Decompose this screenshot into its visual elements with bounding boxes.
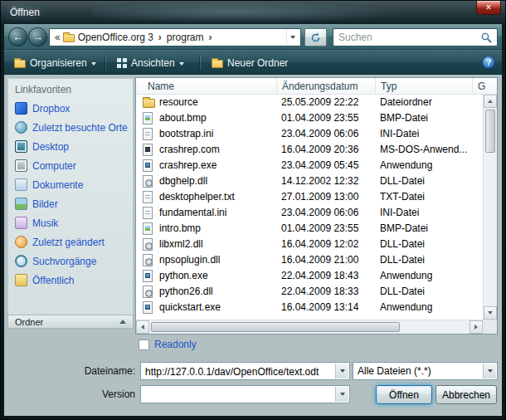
file-row[interactable]: crashrep.com 16.04.2009 20:36 MS-DOS-Anw… <box>136 142 483 158</box>
file-row[interactable]: bootstrap.ini 23.04.2009 06:06 INI-Datei <box>136 126 483 142</box>
version-dropdown-button[interactable] <box>335 387 348 402</box>
file-row[interactable]: npsoplugin.dll 16.04.2009 21:00 DLL-Date… <box>136 252 483 268</box>
sidebar-item-label: Musik <box>32 217 58 229</box>
sidebar-item-dropbox[interactable]: Dropbox <box>8 99 133 118</box>
open-dialog-window: Öffnen × ← → « OpenOffice.org 3 › progra… <box>0 0 506 420</box>
file-name: resource <box>159 96 198 108</box>
sidebar-item-icon <box>15 198 27 210</box>
views-button[interactable]: Ansichten <box>110 54 191 72</box>
version-select[interactable] <box>140 385 350 403</box>
breadcrumb-separator-icon[interactable]: › <box>207 32 214 43</box>
file-row[interactable]: dbghelp.dll 14.12.2002 12:32 DLL-Datei <box>136 173 483 189</box>
scroll-down-button[interactable] <box>484 306 497 320</box>
file-row[interactable]: desktophelper.txt 27.01.2009 13:00 TXT-D… <box>136 189 483 205</box>
breadcrumb-separator-icon[interactable]: › <box>157 32 163 43</box>
sidebar-item-music[interactable]: Musik <box>8 213 133 232</box>
sidebar-item-icon <box>15 140 27 153</box>
new-folder-button[interactable]: Neuer Ordner <box>205 54 294 72</box>
column-header-size[interactable]: G <box>473 78 497 95</box>
file-row[interactable]: about.bmp 01.04.2009 23:55 BMP-Datei <box>136 110 483 126</box>
breadcrumb-overflow-chevron[interactable]: « <box>51 32 63 43</box>
organize-label: Organisieren <box>30 57 87 69</box>
breadcrumb[interactable]: « OpenOffice.org 3 › program › <box>49 28 301 46</box>
breadcrumb-item-program[interactable]: program <box>163 32 207 43</box>
sidebar-item-documents[interactable]: Dokumente <box>8 175 133 194</box>
filename-label: Dateiname: <box>37 365 135 377</box>
file-row[interactable]: python26.dll 22.04.2009 18:33 DLL-Datei <box>136 284 483 300</box>
open-button[interactable]: Öffnen <box>376 385 432 404</box>
chevron-down-icon <box>91 62 96 66</box>
readonly-label[interactable]: Readonly <box>154 339 197 350</box>
filename-input[interactable] <box>145 365 334 378</box>
column-header-label: Änderungsdatum <box>282 81 358 92</box>
column-header-type[interactable]: Typ <box>376 78 473 95</box>
file-type: DLL-Datei <box>380 238 425 250</box>
filename-combobox[interactable] <box>140 362 350 380</box>
column-header-name[interactable]: Name <box>136 78 277 95</box>
file-date: 23.04.2009 06:06 <box>281 207 358 218</box>
folders-label: Ordner <box>15 317 43 327</box>
vertical-scrollbar[interactable] <box>483 95 497 320</box>
file-icon <box>143 191 153 203</box>
dialog-content: ← → « OpenOffice.org 3 › program › <box>4 24 502 416</box>
file-name: crashrep.exe <box>159 159 217 171</box>
file-date: 27.01.2009 13:00 <box>281 191 358 203</box>
folders-bar[interactable]: Ordner <box>7 315 134 329</box>
file-icon <box>143 254 153 266</box>
file-name: fundamental.ini <box>159 207 226 218</box>
forward-button[interactable]: → <box>28 27 47 46</box>
file-type: Anwendung <box>380 301 432 313</box>
sidebar-item-recent[interactable]: Zuletzt besuchte Orte <box>8 118 133 137</box>
breadcrumb-dropdown-arrow[interactable] <box>286 29 299 46</box>
file-row[interactable]: fundamental.ini 23.04.2009 06:06 INI-Dat… <box>136 205 483 221</box>
column-headers: Name Änderungsdatum Typ G <box>136 78 497 95</box>
sidebar-item-desktop[interactable]: Desktop <box>8 137 133 156</box>
sidebar-item-computer[interactable]: Computer <box>8 156 133 175</box>
sidebar: Linkfavoriten Dropbox Zuletzt besuchte O… <box>7 78 134 329</box>
refresh-button[interactable] <box>304 28 327 46</box>
file-row[interactable]: intro.bmp 01.04.2009 23:55 BMP-Datei <box>136 221 483 237</box>
filename-dropdown-button[interactable] <box>335 364 348 378</box>
toolbar-separator <box>200 55 201 71</box>
close-button[interactable]: × <box>476 1 501 15</box>
column-header-date[interactable]: Änderungsdatum <box>277 78 376 95</box>
scroll-right-button[interactable] <box>470 320 483 334</box>
file-row[interactable]: python.exe 22.04.2009 18:43 Anwendung <box>136 268 483 284</box>
readonly-checkbox[interactable] <box>139 339 149 350</box>
horizontal-scrollbar[interactable] <box>136 320 483 334</box>
breadcrumb-item-openoffice[interactable]: OpenOffice.org 3 <box>75 32 157 43</box>
cancel-button[interactable]: Abbrechen <box>435 385 497 404</box>
file-name: crashrep.com <box>159 144 220 155</box>
filetype-select[interactable]: Alle Dateien (*.*) <box>353 362 498 380</box>
vertical-scroll-thumb[interactable] <box>485 110 495 153</box>
file-date: 16.04.2009 20:36 <box>281 144 358 155</box>
sidebar-item-searches[interactable]: Suchvorgänge <box>8 252 133 271</box>
search-box[interactable] <box>333 28 498 46</box>
chevron-down-icon <box>290 36 295 39</box>
back-button[interactable]: ← <box>8 27 27 46</box>
help-button[interactable]: ? <box>482 56 495 69</box>
sidebar-item-label: Dokumente <box>32 179 83 191</box>
file-row[interactable]: resource 25.05.2009 22:22 Dateiordner <box>136 95 483 110</box>
back-arrow-icon: ← <box>12 31 23 43</box>
search-input[interactable] <box>338 32 481 43</box>
file-row[interactable]: quickstart.exe 16.04.2009 13:14 Anwendun… <box>136 300 483 315</box>
file-row[interactable]: crashrep.exe 23.04.2009 05:45 Anwendung <box>136 158 483 173</box>
organize-button[interactable]: Organisieren <box>7 54 103 72</box>
horizontal-scroll-thumb[interactable] <box>151 322 400 332</box>
sidebar-item-pictures[interactable]: Bilder <box>8 194 133 213</box>
filetype-dropdown-button[interactable] <box>483 364 496 378</box>
file-name: python.exe <box>159 270 208 281</box>
file-icon <box>143 286 153 298</box>
sidebar-item-public[interactable]: Öffentlich <box>8 271 133 290</box>
scroll-up-button[interactable] <box>484 95 497 108</box>
file-name: npsoplugin.dll <box>159 254 220 266</box>
file-row[interactable]: libxml2.dll 16.04.2009 12:02 DLL-Datei <box>136 237 483 252</box>
folder-icon <box>63 34 75 42</box>
scroll-left-button[interactable] <box>136 320 149 334</box>
sidebar-item-label: Dropbox <box>32 103 70 115</box>
sidebar-item-label: Bilder <box>32 198 58 210</box>
file-name: python26.dll <box>159 286 213 297</box>
sidebar-item-changed[interactable]: Zuletzt geändert <box>8 232 133 252</box>
file-name: about.bmp <box>159 112 207 124</box>
